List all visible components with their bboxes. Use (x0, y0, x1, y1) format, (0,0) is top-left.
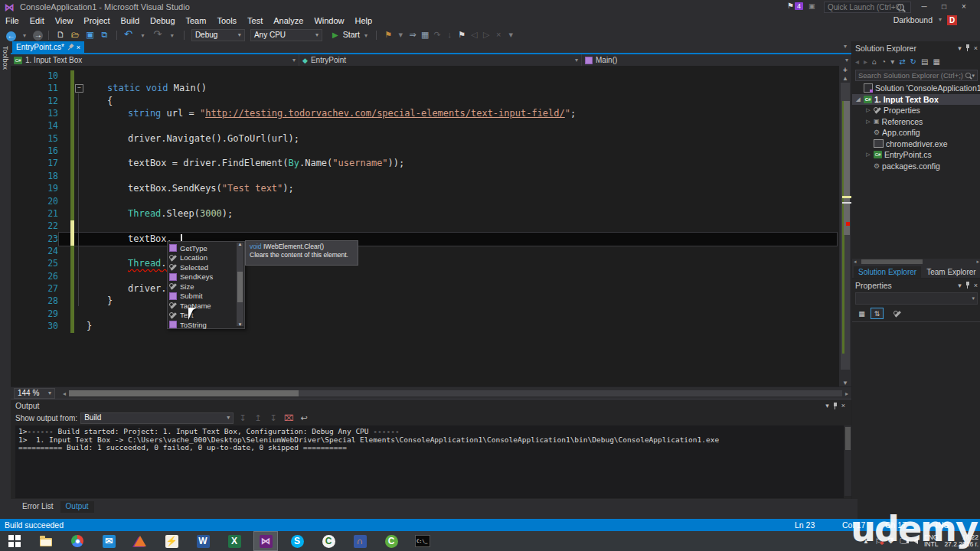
taskbar-visual-studio[interactable]: ⋈ (254, 532, 277, 550)
intellisense-scrollbar[interactable]: ▲ ▼ (237, 243, 243, 326)
redo-icon[interactable]: ↷ (152, 28, 164, 41)
prev-message-icon[interactable]: ↥ (252, 412, 264, 425)
code-line[interactable]: textBox.SendKeys("Test text"); (83, 183, 839, 195)
code-line[interactable]: string url = "http://testing.todorvachev… (83, 108, 839, 120)
taskbar-winamp[interactable]: ⚡ (160, 532, 183, 550)
menu-item-view[interactable]: View (50, 14, 79, 28)
collapse-all-icon[interactable]: ▤ (921, 57, 928, 66)
menu-item-analyze[interactable]: Analyze (268, 14, 309, 28)
code-line[interactable]: driver.Navigate().GoToUrl(url); (83, 133, 839, 145)
editor-scrollbar[interactable]: + ▲ ▼ (839, 66, 851, 386)
hscroll-left-icon[interactable]: ◂ (63, 390, 66, 397)
tree-item-chromedriver-exe[interactable]: chromedriver.exe (852, 139, 980, 149)
bookmark-icon[interactable]: ⚑ (456, 28, 468, 41)
taskbar-skype[interactable]: S (286, 532, 309, 550)
restore-button[interactable]: □ (936, 0, 952, 13)
taskbar-file-explorer[interactable] (34, 532, 57, 550)
alphabetical-icon[interactable]: ⇅ (871, 308, 884, 319)
prev-bookmark-icon[interactable]: ◁ (468, 28, 480, 41)
user-caret-icon[interactable]: ▾ (939, 16, 942, 23)
clear-bookmarks-icon[interactable]: × (492, 28, 505, 41)
output-log[interactable]: 1>------ Build started: Project: 1. Inpu… (15, 425, 844, 498)
menu-item-help[interactable]: Help (350, 14, 378, 28)
zoom-dropdown[interactable]: 144 %▾ (14, 388, 55, 399)
scrollbar-thumb[interactable] (844, 101, 850, 235)
code-line[interactable] (83, 171, 839, 183)
overflow-icon[interactable]: ▾ (394, 28, 407, 41)
expanded-arrow-icon[interactable]: ◢ (855, 96, 861, 103)
code-line[interactable] (83, 120, 839, 132)
hscrollbar-thumb[interactable] (69, 390, 299, 396)
redo-caret-icon[interactable]: ▾ (166, 29, 178, 42)
clear-all-icon[interactable]: ⌧ (283, 412, 295, 425)
taskbar-excel[interactable]: X (223, 532, 246, 550)
save-all-icon[interactable]: ⧉ (98, 28, 110, 41)
code-line[interactable]: Thread.Sleep(3000); (83, 208, 839, 220)
collapsed-arrow-icon[interactable]: ▷ (865, 152, 871, 158)
breadcrumb-type-dropdown[interactable]: ◆ EntryPoint ▾ (299, 54, 582, 66)
new-file-icon[interactable]: 🗋 (54, 28, 67, 41)
taskbar-word[interactable]: W (191, 532, 214, 550)
intellisense-scroll-up-icon[interactable]: ▲ (237, 242, 243, 246)
user-avatar[interactable]: D (947, 15, 957, 25)
home-icon[interactable]: ⌂ (872, 57, 877, 66)
intellisense-popup[interactable]: GetTypeLocationSelectedSendKeysSizeSubmi… (167, 241, 245, 329)
panel-tab-team-explorer[interactable]: Team Explorer (922, 266, 980, 278)
step-into-icon[interactable]: ↓ (443, 28, 456, 41)
hscroll-right-icon[interactable]: ▸ (976, 259, 979, 265)
solution-explorer-hscrollbar[interactable]: ◂ ▸ (852, 259, 980, 265)
hscroll-right-icon[interactable]: ▸ (845, 390, 848, 397)
code-editor[interactable]: − 10111213141516171819202122232425262728… (11, 66, 839, 386)
taskbar-audio-app[interactable]: ∩ (348, 532, 371, 550)
open-file-icon[interactable]: 🗁 (69, 28, 81, 41)
menu-item-tools[interactable]: Tools (211, 14, 242, 28)
notifications-flag-icon[interactable]: ⚑ (787, 2, 794, 10)
show-all-files-icon[interactable]: ▦ (933, 57, 939, 66)
code-line[interactable] (83, 196, 839, 208)
taskbar-matlab[interactable] (129, 532, 152, 550)
sync-active-document-icon[interactable]: ⇄ (899, 57, 905, 66)
properties-object-dropdown[interactable]: ▾ (855, 292, 978, 305)
menu-item-build[interactable]: Build (116, 14, 145, 28)
scroll-down-icon[interactable]: ▼ (839, 380, 851, 386)
platform-dropdown[interactable]: Any CPU▾ (250, 29, 322, 41)
filter-caret-icon[interactable]: ▾ (890, 57, 894, 66)
minimize-button[interactable]: ─ (916, 0, 933, 13)
intellisense-item-tostring[interactable]: ToString (169, 320, 232, 330)
navigate-forward-icon[interactable]: → (33, 31, 43, 41)
intellisense-item-sendkeys[interactable]: SendKeys (169, 272, 232, 282)
next-bookmark-icon[interactable]: ▷ (480, 28, 492, 41)
start-caret-icon[interactable]: ▾ (364, 32, 368, 39)
refresh-icon[interactable]: ↻ (910, 57, 916, 66)
intellisense-scroll-thumb[interactable] (237, 272, 243, 302)
solution-explorer-search-input[interactable]: Search Solution Explorer (Ctrl+;) ▾ (855, 70, 978, 81)
categorized-icon[interactable]: ▦ (855, 308, 868, 319)
next-message-icon[interactable]: ↧ (267, 412, 279, 425)
hscroll-left-icon[interactable]: ◂ (854, 259, 857, 265)
overflow2-icon[interactable]: ▾ (505, 28, 517, 41)
save-icon[interactable]: ▣ (83, 28, 96, 41)
breadcrumb-member-dropdown[interactable]: Main() ▾ (582, 54, 851, 66)
property-pages-icon[interactable] (890, 308, 903, 319)
intellisense-item-text[interactable]: Text (169, 311, 232, 321)
hscrollbar-track[interactable] (69, 390, 842, 396)
taskbar-start-button[interactable] (3, 532, 26, 550)
panel-tab-solution-explorer[interactable]: Solution Explorer (854, 266, 921, 278)
forward-icon[interactable]: ▸ (864, 57, 867, 66)
attach-to-process-icon[interactable]: ⇒ (407, 28, 419, 41)
code-line[interactable] (83, 145, 839, 158)
pin-icon[interactable] (965, 282, 970, 289)
taskbar-chrome[interactable] (66, 532, 89, 550)
back-icon[interactable]: ◂ (855, 57, 859, 66)
menu-item-debug[interactable]: Debug (145, 14, 180, 28)
pin-icon[interactable] (67, 43, 75, 51)
undo-icon[interactable]: ↶ (122, 28, 135, 41)
code-line[interactable]: static void Main() (83, 83, 839, 95)
navigate-backward-icon[interactable]: ← (6, 31, 16, 41)
tree-item-app-config[interactable]: ⚙App.config (852, 127, 980, 138)
pin-icon[interactable] (833, 403, 838, 409)
window-position-caret-icon[interactable]: ▾ (958, 44, 962, 52)
output-scrollbar-thumb[interactable] (845, 427, 851, 450)
intellisense-item-gettype[interactable]: GetType (169, 243, 232, 253)
code-line[interactable]: textBox = driver.FindElement(By.Name("us… (83, 158, 839, 170)
